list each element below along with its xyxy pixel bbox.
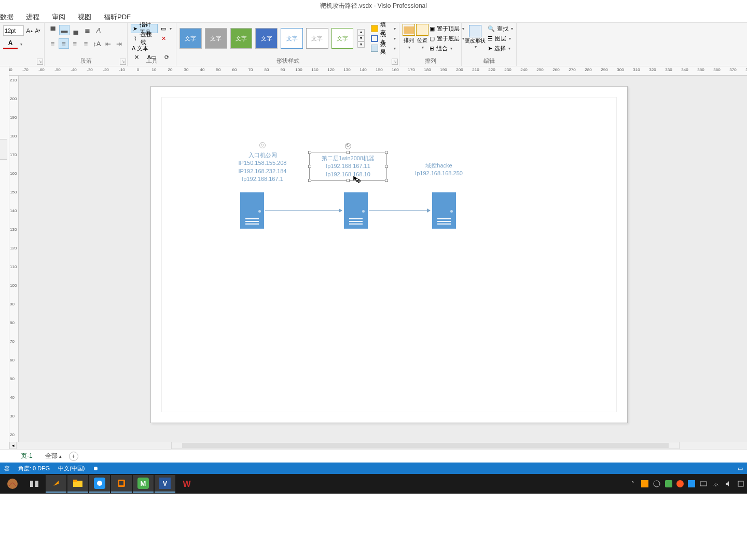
canvas[interactable]: ↻ 入口机公网 IP150.158.155.208 IP192.168.232.… <box>19 76 747 442</box>
font-color-dropdown-icon[interactable]: ▾ <box>20 42 22 47</box>
tray-icon-4[interactable] <box>676 480 684 487</box>
canvas-nav-button[interactable]: ◂ <box>9 442 17 449</box>
taskbar-app-blue[interactable] <box>89 475 110 493</box>
delete-tool-button[interactable]: ✕ <box>159 34 173 43</box>
status-record-icon[interactable]: ⏺ <box>93 465 99 471</box>
taskbar-app-1[interactable] <box>2 475 23 493</box>
bullets-button[interactable]: ≣ <box>82 25 92 35</box>
text-line: 域控hacke <box>405 162 473 170</box>
select-button[interactable]: ➤选择▾ <box>488 44 513 53</box>
font-dialog-launcher[interactable]: ↘ <box>37 59 43 65</box>
add-page-button[interactable]: + <box>69 452 78 461</box>
menu-foxit-pdf[interactable]: 福昕PDF <box>104 12 131 22</box>
status-language[interactable]: 中文(中国) <box>58 465 85 472</box>
ribbon-group-arrange: 排列▾ 位置▾ ▣置于顶层▾ ▢置于底层▾ ⊞组合▾ 排列 <box>399 23 462 66</box>
taskbar-sublime[interactable] <box>46 475 66 493</box>
style-gallery-down[interactable]: ▾ <box>357 35 365 41</box>
connector-arrow-2[interactable] <box>369 210 430 211</box>
tray-wifi-icon[interactable] <box>712 480 720 488</box>
align-left-button[interactable]: ≡ <box>48 38 58 49</box>
connector-tool-button[interactable]: ⌇连接线 <box>131 34 158 43</box>
align-middle-button[interactable]: ▬ <box>59 25 70 35</box>
style-swatch-6[interactable]: 文字 <box>306 28 328 49</box>
align-justify-button[interactable]: ≡ <box>81 38 91 49</box>
server-shape-1[interactable] <box>240 192 264 229</box>
send-to-back-button[interactable]: ▢置于底层▾ <box>430 34 464 44</box>
style-gallery-up[interactable]: ▴ <box>357 29 365 35</box>
find-button[interactable]: 🔍查找▾ <box>488 24 513 34</box>
effect-button[interactable]: 效果▾ <box>371 44 396 53</box>
node2-label[interactable]: 第二层1win2008机器 Ip192.168.167.11 Ip192.168… <box>309 154 387 179</box>
clear-formatting-button[interactable]: A <box>93 25 104 35</box>
taskbar-taskview[interactable] <box>24 475 45 493</box>
style-gallery-more[interactable]: ▾ <box>357 41 365 48</box>
tray-notification-icon[interactable] <box>737 480 745 488</box>
node1-label[interactable]: ↻ 入口机公网 IP150.158.155.208 IP192.168.232.… <box>224 151 301 184</box>
server-shape-3[interactable] <box>432 192 456 229</box>
menu-view[interactable]: 视图 <box>78 12 91 22</box>
horizontal-ruler[interactable]: -80-70-60-50-40-30-20-100102030405060708… <box>9 66 747 76</box>
bring-to-front-button[interactable]: ▣置于顶层▾ <box>430 24 464 34</box>
align-icon <box>403 24 415 36</box>
resize-handle-se[interactable] <box>385 179 388 182</box>
tray-icon-2[interactable] <box>653 480 661 488</box>
shapes-pane-handle[interactable] <box>0 139 7 160</box>
increase-indent-button[interactable]: ⇥ <box>114 38 124 49</box>
align-center-button[interactable]: ≡ <box>59 38 68 49</box>
rotation-handle[interactable] <box>345 143 351 149</box>
decrease-indent-button[interactable]: ⇤ <box>103 38 113 49</box>
node3-label[interactable]: 域控hacke Ip192.168.168.250 <box>405 162 473 178</box>
rectangle-tool-button[interactable]: ▭▾ <box>159 24 173 33</box>
drawing-page[interactable]: ↻ 入口机公网 IP150.158.155.208 IP192.168.232.… <box>150 86 628 423</box>
menu-data[interactable]: 数据 <box>0 12 13 22</box>
scrollbar-thumb[interactable] <box>182 443 669 448</box>
status-view-icon[interactable]: ▭ <box>738 465 743 472</box>
paragraph-dialog-launcher[interactable]: ↘ <box>120 59 126 65</box>
style-swatch-2[interactable]: 文字 <box>205 28 227 49</box>
page-tab-1[interactable]: 页-1 <box>16 451 38 461</box>
increase-font-button[interactable]: A▴ <box>26 25 33 36</box>
menu-review[interactable]: 审阅 <box>52 12 65 22</box>
group-button[interactable]: ⊞组合▾ <box>430 44 464 53</box>
align-top-button[interactable]: ▀ <box>48 25 58 35</box>
tray-icon-3[interactable] <box>665 480 672 487</box>
decrease-font-button[interactable]: A▾ <box>35 25 41 36</box>
edit-group-label: 编辑 <box>462 57 516 65</box>
style-swatch-7[interactable]: 文字 <box>331 28 354 49</box>
server-shape-2[interactable] <box>344 192 368 229</box>
style-swatch-4[interactable]: 文字 <box>255 28 278 49</box>
taskbar-visio[interactable]: V <box>155 475 175 493</box>
align-button[interactable]: 排列▾ <box>403 24 415 50</box>
taskbar-app-green[interactable]: M <box>133 475 154 493</box>
taskbar-wps[interactable]: W <box>176 475 197 493</box>
tray-icon-1[interactable] <box>641 480 648 487</box>
tray-icon-6[interactable] <box>699 480 708 488</box>
tray-up-icon[interactable]: ˄ <box>629 480 637 488</box>
vertical-ruler[interactable]: 2102001901801701601501401301201101009080… <box>9 76 19 442</box>
server-lines-icon <box>437 217 451 225</box>
page-tab-all[interactable]: 全部 ▴ <box>45 452 62 460</box>
taskbar-explorer[interactable] <box>67 475 88 493</box>
style-swatch-1[interactable]: 文字 <box>179 28 202 49</box>
horizontal-scrollbar[interactable] <box>171 442 680 449</box>
position-button[interactable]: 位置▾ <box>416 24 428 50</box>
style-swatch-3[interactable]: 文字 <box>230 28 253 49</box>
connector-arrow-1[interactable] <box>265 210 342 211</box>
font-color-button[interactable]: A <box>3 39 18 49</box>
font-size-input[interactable] <box>3 25 24 36</box>
text-tool-button[interactable]: A 文本 <box>131 44 158 53</box>
text-direction-button[interactable]: ↕A <box>92 38 102 49</box>
tray-volume-icon[interactable] <box>724 480 732 488</box>
resize-handle-s[interactable] <box>347 179 350 182</box>
align-bottom-button[interactable]: ▄ <box>71 25 81 35</box>
layers-button[interactable]: ☰图层▾ <box>488 34 513 44</box>
svg-point-0 <box>7 479 18 489</box>
shape-styles-dialog-launcher[interactable]: ↘ <box>392 59 398 65</box>
change-shape-button[interactable]: 更改形状▾ <box>465 24 486 50</box>
style-swatch-5[interactable]: 文字 <box>281 28 303 49</box>
taskbar-vmware[interactable] <box>111 475 132 493</box>
menu-process[interactable]: 进程 <box>26 12 39 22</box>
tray-icon-5[interactable] <box>688 480 695 487</box>
align-right-button[interactable]: ≡ <box>70 38 80 49</box>
resize-handle-sw[interactable] <box>308 179 311 182</box>
